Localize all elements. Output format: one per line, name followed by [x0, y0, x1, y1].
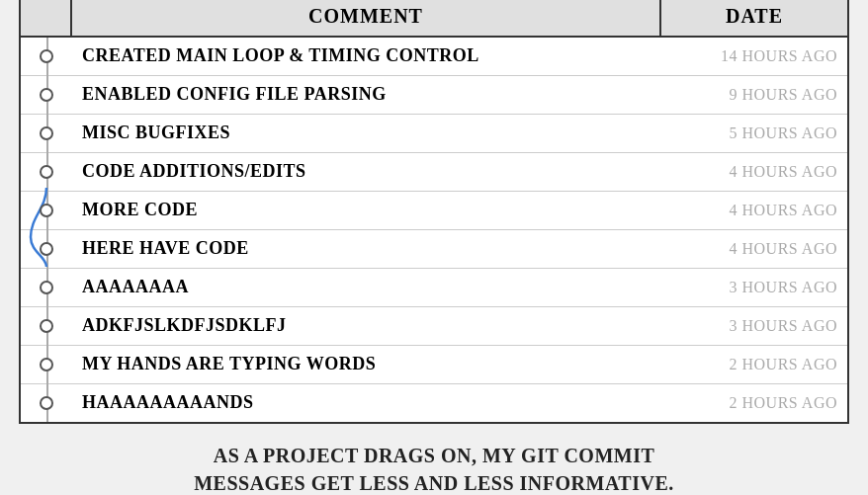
- main-container: COMMENT DATE CREATED MAIN LOOP & TIMING …: [9, 0, 859, 495]
- date-cell: 14 HOURS AGO: [659, 41, 847, 71]
- date-cell: 4 HOURS AGO: [659, 196, 847, 225]
- commit-dot: [40, 49, 53, 63]
- dot-cell: [21, 38, 72, 75]
- dot-cell: [21, 153, 72, 191]
- table-row: HERE HAVE CODE4 HOURS AGO: [21, 230, 847, 269]
- commit-dot: [40, 204, 53, 217]
- commit-dot: [40, 358, 53, 371]
- dot-cell: [21, 115, 72, 152]
- dot-cell: [21, 307, 72, 345]
- table-row: AAAAAAAA3 HOURS AGO: [21, 269, 847, 307]
- table-row: ENABLED CONFIG FILE PARSING9 HOURS AGO: [21, 76, 847, 115]
- dot-cell: [21, 346, 72, 383]
- dot-cell: [21, 192, 72, 229]
- commit-dot: [40, 242, 53, 256]
- date-cell: 3 HOURS AGO: [659, 273, 847, 302]
- date-header: DATE: [659, 0, 847, 36]
- dot-col-header: [21, 0, 72, 36]
- date-cell: 2 HOURS AGO: [659, 388, 847, 418]
- comment-cell: MY HANDS ARE TYPING WORDS: [72, 348, 659, 380]
- table-row: HAAAAAAAAANDS2 HOURS AGO: [21, 384, 847, 422]
- commit-dot: [40, 281, 53, 294]
- commit-dot: [40, 396, 53, 410]
- dot-cell: [21, 76, 72, 114]
- comment-cell: ENABLED CONFIG FILE PARSING: [72, 78, 659, 111]
- comment-cell: CREATED MAIN LOOP & TIMING CONTROL: [72, 40, 659, 72]
- commit-dot: [40, 165, 53, 179]
- commit-dot: [40, 88, 53, 102]
- caption: AS A PROJECT DRAGS ON, MY GIT COMMIT MES…: [19, 438, 849, 496]
- date-cell: 4 HOURS AGO: [659, 234, 847, 264]
- date-cell: 9 HOURS AGO: [659, 80, 847, 110]
- comment-cell: AAAAAAAA: [72, 271, 659, 303]
- comment-cell: MORE CODE: [72, 194, 659, 226]
- table-row: MISC BUGFIXES5 HOURS AGO: [21, 115, 847, 153]
- table-header: COMMENT DATE: [21, 0, 847, 38]
- date-cell: 4 HOURS AGO: [659, 157, 847, 187]
- table-row: MORE CODE4 HOURS AGO: [21, 192, 847, 230]
- caption-line1: AS A PROJECT DRAGS ON, MY GIT COMMIT: [29, 442, 839, 469]
- comment-cell: CODE ADDITIONS/EDITS: [72, 155, 659, 188]
- commit-dot: [40, 319, 53, 333]
- table-row: MY HANDS ARE TYPING WORDS2 HOURS AGO: [21, 346, 847, 384]
- date-cell: 5 HOURS AGO: [659, 119, 847, 148]
- comment-header: COMMENT: [72, 0, 659, 36]
- date-cell: 2 HOURS AGO: [659, 350, 847, 379]
- table-row: ADKFJSLKDFJSDKLFJ3 HOURS AGO: [21, 307, 847, 346]
- commit-table: COMMENT DATE CREATED MAIN LOOP & TIMING …: [19, 0, 849, 424]
- caption-line2: MESSAGES GET LESS AND LESS INFORMATIVE.: [29, 469, 839, 496]
- comment-cell: HAAAAAAAAANDS: [72, 386, 659, 419]
- comment-cell: ADKFJSLKDFJSDKLFJ: [72, 309, 659, 342]
- comment-cell: MISC BUGFIXES: [72, 117, 659, 149]
- comment-cell: HERE HAVE CODE: [72, 232, 659, 265]
- dot-cell: [21, 230, 72, 268]
- table-body: CREATED MAIN LOOP & TIMING CONTROL14 HOU…: [21, 38, 847, 422]
- table-row: CREATED MAIN LOOP & TIMING CONTROL14 HOU…: [21, 38, 847, 76]
- date-cell: 3 HOURS AGO: [659, 311, 847, 341]
- table-row: CODE ADDITIONS/EDITS4 HOURS AGO: [21, 153, 847, 192]
- dot-cell: [21, 384, 72, 422]
- dot-cell: [21, 269, 72, 306]
- commit-dot: [40, 126, 53, 140]
